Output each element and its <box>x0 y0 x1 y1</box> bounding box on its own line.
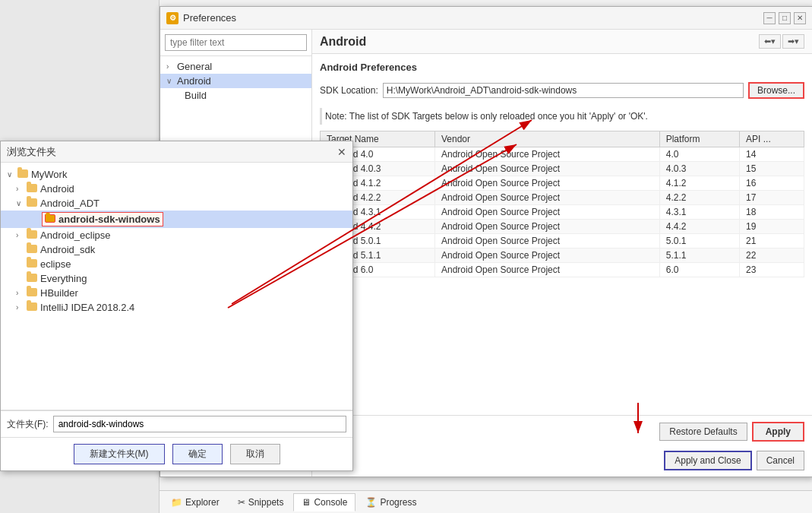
cell-api: 21 <box>740 234 804 249</box>
fb-tree-item[interactable]: android-sdk-windows <box>1 211 352 228</box>
sdk-note: Note: The list of SDK Targets below is o… <box>320 108 804 125</box>
fb-cancel-button[interactable]: 取消 <box>230 444 280 464</box>
fb-filename-label: 文件夹(F): <box>7 418 49 431</box>
fb-tree-arrow: › <box>16 289 24 297</box>
fb-item-label: MyWork <box>31 169 67 180</box>
cell-vendor: Android Open Source Project <box>435 205 660 220</box>
fb-tree-item[interactable]: Everything <box>1 271 352 286</box>
table-row[interactable]: Android 5.0.1 Android Open Source Projec… <box>321 234 804 249</box>
table-row[interactable]: Android 4.2.2 Android Open Source Projec… <box>321 191 804 205</box>
fb-item-label: Android_ADT <box>40 198 100 209</box>
fb-item-label: Everything <box>40 273 87 284</box>
folder-icon <box>27 287 37 299</box>
cell-api: 23 <box>740 263 804 277</box>
table-row[interactable]: Android 4.0.3 Android Open Source Projec… <box>321 162 804 176</box>
fb-tree-item[interactable]: ∨Android_ADT <box>1 196 352 211</box>
folder-icon-normal <box>27 245 37 253</box>
fb-tree-item[interactable]: Android_sdk <box>1 242 352 257</box>
table-row[interactable]: Android 4.0 Android Open Source Project … <box>321 147 804 162</box>
fb-filename-row: 文件夹(F): <box>1 410 352 437</box>
maximize-button[interactable]: □ <box>779 12 791 24</box>
restore-defaults-button[interactable]: Restore Defaults <box>659 423 747 441</box>
fb-bottom-buttons: 新建文件夹(M) 确定 取消 <box>1 437 352 470</box>
cell-platform: 5.0.1 <box>659 234 739 249</box>
cell-api: 17 <box>740 191 804 205</box>
folder-icon <box>27 230 37 241</box>
table-row[interactable]: Android 6.0 Android Open Source Project … <box>321 263 804 277</box>
table-row[interactable]: Android 4.3.1 Android Open Source Projec… <box>321 205 804 220</box>
cell-vendor: Android Open Source Project <box>435 176 660 191</box>
fb-item-label: Android <box>40 183 74 195</box>
bottom-buttons: Restore Defaults Apply <box>312 415 812 448</box>
right-header: Android ⬅▾ ➡▾ <box>312 30 812 54</box>
tree-item-android[interactable]: ∨ Android <box>160 74 311 88</box>
fb-item-label: eclipse <box>40 258 71 270</box>
cell-api: 14 <box>740 147 804 162</box>
tree-label-android: Android <box>177 75 211 87</box>
filter-input[interactable] <box>165 34 307 51</box>
folder-icon <box>45 214 55 225</box>
folder-icon <box>27 244 37 255</box>
folder-icon <box>27 183 37 195</box>
col-header-vendor: Vendor <box>435 131 660 147</box>
table-row[interactable]: Android 4.4.2 Android Open Source Projec… <box>321 220 804 234</box>
tab-snippets[interactable]: ✂Snippets <box>229 493 292 511</box>
minimize-button[interactable]: ─ <box>763 12 776 24</box>
fb-tree-item[interactable]: ›Android <box>1 182 352 196</box>
sdk-location-row: SDK Location: H:\MyWork\Android_ADT\andr… <box>320 82 804 99</box>
cell-vendor: Android Open Source Project <box>435 263 660 277</box>
table-row[interactable]: Android 5.1.1 Android Open Source Projec… <box>321 249 804 263</box>
fb-tree-arrow: › <box>16 185 24 193</box>
back-button[interactable]: ⬅▾ <box>759 34 781 49</box>
tab-explorer[interactable]: 📁Explorer <box>163 493 228 511</box>
cell-api: 18 <box>740 205 804 220</box>
tab-icon-console: 🖥 <box>302 497 311 508</box>
fb-item-label: android-sdk-windows <box>58 214 160 225</box>
cancel-button[interactable]: Cancel <box>757 451 804 470</box>
nav-buttons: ⬅▾ ➡▾ <box>759 34 804 49</box>
window-controls: ─ □ ✕ <box>763 12 806 24</box>
fb-tree-arrow: › <box>16 231 24 239</box>
fb-item-label: Android_eclipse <box>40 230 111 241</box>
fb-tree-item[interactable]: eclipse <box>1 257 352 271</box>
preferences-icon: ⚙ <box>166 12 179 24</box>
fb-item-label: Android_sdk <box>40 244 95 255</box>
table-row[interactable]: Android 4.1.2 Android Open Source Projec… <box>321 176 804 191</box>
folder-icon-selected <box>45 214 55 223</box>
forward-button[interactable]: ➡▾ <box>782 34 804 49</box>
tab-label: Progress <box>380 497 416 508</box>
fb-tree-item[interactable]: ›IntelliJ IDEA 2018.2.4 <box>1 300 352 315</box>
cell-platform: 4.3.1 <box>659 205 739 220</box>
cell-vendor: Android Open Source Project <box>435 147 660 162</box>
right-content: Android Preferences SDK Location: H:\MyW… <box>312 54 812 415</box>
close-button[interactable]: ✕ <box>794 12 806 24</box>
apply-close-button[interactable]: Apply and Close <box>664 451 751 470</box>
cell-api: 19 <box>740 220 804 234</box>
right-title: Android <box>320 35 366 49</box>
fb-tree-item[interactable]: ›Android_eclipse <box>1 228 352 242</box>
fb-tree-item[interactable]: ›HBuilder <box>1 286 352 300</box>
fb-tree-arrow: ∨ <box>16 199 24 207</box>
tree-item-general[interactable]: › General <box>160 59 311 74</box>
folder-icon-normal <box>27 198 37 207</box>
folder-icon <box>27 258 37 270</box>
fb-close-button[interactable]: ✕ <box>337 146 346 158</box>
fb-tree-item[interactable]: ∨MyWork <box>1 167 352 182</box>
sdk-location-label: SDK Location: <box>320 85 378 96</box>
browse-button[interactable]: Browse... <box>748 82 804 99</box>
apply-button[interactable]: Apply <box>752 422 804 442</box>
tree-item-build[interactable]: Build <box>160 88 311 103</box>
tab-label: Explorer <box>185 497 220 508</box>
tree-label-build: Build <box>185 90 207 101</box>
cell-platform: 4.0 <box>659 147 739 162</box>
tab-console[interactable]: 🖥Console <box>293 493 355 511</box>
fb-filename-input[interactable] <box>53 416 346 432</box>
fb-item-label: IntelliJ IDEA 2018.2.4 <box>40 302 134 313</box>
fb-ok-button[interactable]: 确定 <box>172 444 223 464</box>
tab-progress[interactable]: ⏳Progress <box>357 493 425 511</box>
sdk-path-field[interactable]: H:\MyWork\Android_ADT\android-sdk-window… <box>383 83 744 98</box>
cell-api: 15 <box>740 162 804 176</box>
tree-label-general: General <box>177 61 212 72</box>
search-area <box>160 30 311 56</box>
fb-new-folder-button[interactable]: 新建文件夹(M) <box>74 444 165 464</box>
